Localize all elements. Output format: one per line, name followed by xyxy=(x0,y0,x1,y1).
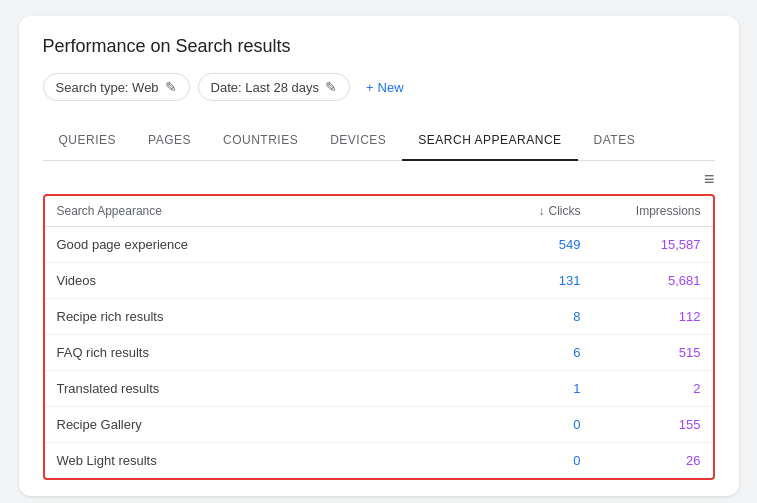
col-clicks-header: ↓ Clicks xyxy=(461,204,581,218)
main-card: Performance on Search results Search typ… xyxy=(19,16,739,496)
row-impressions: 5,681 xyxy=(581,273,701,288)
tab-pages[interactable]: PAGES xyxy=(132,121,207,161)
table-row[interactable]: Videos1315,681 xyxy=(45,263,713,299)
date-edit-icon[interactable]: ✎ xyxy=(325,79,337,95)
row-impressions: 2 xyxy=(581,381,701,396)
tabs-bar: QUERIES PAGES COUNTRIES DEVICES SEARCH A… xyxy=(43,121,715,161)
search-type-edit-icon[interactable]: ✎ xyxy=(165,79,177,95)
col-impressions-header[interactable]: Impressions xyxy=(581,204,701,218)
row-clicks: 131 xyxy=(461,273,581,288)
tab-dates[interactable]: DATES xyxy=(578,121,652,161)
table-header: Search Appearance ↓ Clicks Impressions xyxy=(45,196,713,227)
new-label: New xyxy=(378,80,404,95)
tab-queries[interactable]: QUERIES xyxy=(43,121,133,161)
search-type-label: Search type: Web xyxy=(56,80,159,95)
row-label: FAQ rich results xyxy=(57,345,461,360)
row-clicks: 0 xyxy=(461,417,581,432)
row-impressions: 112 xyxy=(581,309,701,324)
tab-devices[interactable]: DEVICES xyxy=(314,121,402,161)
row-label: Translated results xyxy=(57,381,461,396)
tab-countries[interactable]: COUNTRIES xyxy=(207,121,314,161)
tab-search-appearance[interactable]: SEARCH APPEARANCE xyxy=(402,121,577,161)
row-impressions: 26 xyxy=(581,453,701,468)
table-row[interactable]: Recipe rich results8112 xyxy=(45,299,713,335)
search-type-chip[interactable]: Search type: Web ✎ xyxy=(43,73,190,101)
table-row[interactable]: Web Light results026 xyxy=(45,443,713,478)
col-clicks-label[interactable]: Clicks xyxy=(549,204,581,218)
date-chip[interactable]: Date: Last 28 days ✎ xyxy=(198,73,350,101)
sort-arrow-icon: ↓ xyxy=(539,204,545,218)
filter-row: ≡ xyxy=(43,161,715,194)
row-label: Videos xyxy=(57,273,461,288)
row-impressions: 15,587 xyxy=(581,237,701,252)
row-impressions: 515 xyxy=(581,345,701,360)
table-row[interactable]: Good page experience54915,587 xyxy=(45,227,713,263)
row-clicks: 549 xyxy=(461,237,581,252)
row-impressions: 155 xyxy=(581,417,701,432)
new-button[interactable]: + New xyxy=(358,75,412,100)
plus-icon: + xyxy=(366,80,374,95)
row-clicks: 1 xyxy=(461,381,581,396)
table-row[interactable]: Recipe Gallery0155 xyxy=(45,407,713,443)
page-title: Performance on Search results xyxy=(43,36,715,57)
table-row[interactable]: Translated results12 xyxy=(45,371,713,407)
date-label: Date: Last 28 days xyxy=(211,80,319,95)
row-clicks: 0 xyxy=(461,453,581,468)
data-table: Search Appearance ↓ Clicks Impressions G… xyxy=(45,196,713,478)
filters-bar: Search type: Web ✎ Date: Last 28 days ✎ … xyxy=(43,73,715,101)
col-label-header: Search Appearance xyxy=(57,204,461,218)
row-label: Web Light results xyxy=(57,453,461,468)
row-label: Recipe Gallery xyxy=(57,417,461,432)
row-clicks: 6 xyxy=(461,345,581,360)
row-clicks: 8 xyxy=(461,309,581,324)
table-rows: Good page experience54915,587Videos1315,… xyxy=(45,227,713,478)
filter-icon[interactable]: ≡ xyxy=(704,169,715,190)
table-row[interactable]: FAQ rich results6515 xyxy=(45,335,713,371)
row-label: Recipe rich results xyxy=(57,309,461,324)
highlighted-table: Search Appearance ↓ Clicks Impressions G… xyxy=(43,194,715,480)
row-label: Good page experience xyxy=(57,237,461,252)
